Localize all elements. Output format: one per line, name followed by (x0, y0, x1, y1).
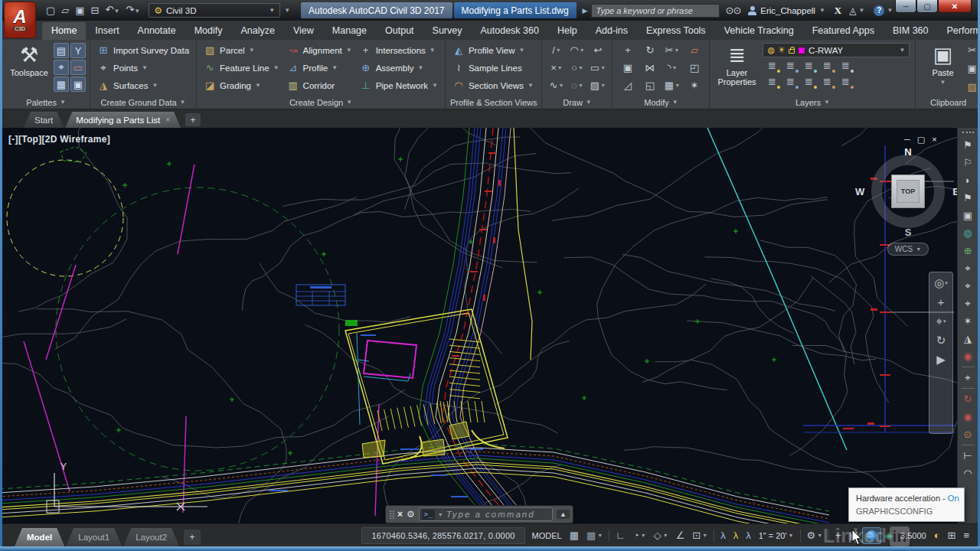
layer-unlock-icon[interactable]: ≣ (818, 73, 836, 90)
erase-icon[interactable]: ▱ (683, 41, 705, 59)
ribbon-item-parcel[interactable]: ▧Parcel▼ (201, 41, 283, 59)
ribbon-item-pipe-network[interactable]: ⊥Pipe Network▼ (357, 77, 441, 94)
drawing-area[interactable]: Y [-][Top][2D Wireframe] ─ ▢ × TOP N S W… (2, 128, 978, 523)
ribbon-tab-annotate[interactable]: Annotate (129, 22, 185, 40)
search-input[interactable]: Type a keyword or phrase (591, 4, 720, 18)
move-icon[interactable]: + (616, 41, 639, 59)
ribbon-tab-analyze[interactable]: Analyze (231, 22, 283, 40)
layer-isolate-icon[interactable]: ≣ (781, 57, 799, 73)
ortho-mode-icon[interactable]: ∟ (612, 527, 629, 544)
palettes-panel-label[interactable]: Palettes▼ (2, 96, 90, 109)
infocenter-expand-icon[interactable]: ▶ (583, 7, 588, 15)
line-icon[interactable]: /▼ (546, 41, 567, 59)
ribbon-tab-view[interactable]: View (284, 22, 323, 40)
annotation-scale-icon[interactable]: λ (742, 527, 755, 544)
ribbon-item-profile[interactable]: ⊿Profile▼ (284, 59, 355, 77)
maximize-button[interactable]: ▢ (916, 0, 938, 13)
app-store-icon[interactable]: ◬ (849, 5, 856, 16)
signin-user[interactable]: Eric_Chappell (760, 6, 815, 15)
publish-tool-icon[interactable]: ◍ (963, 224, 972, 242)
tool-palettes-icon[interactable]: Υ (70, 43, 86, 58)
ribbon-item-alignment[interactable]: ↝Alignment▼ (284, 41, 355, 59)
cut-icon[interactable]: ✂ (967, 41, 976, 59)
dimension-tool-icon[interactable]: ⊢ (963, 447, 972, 465)
coordinates-readout[interactable]: 1670460.5346, 285576.0217, 0.0000 (361, 527, 524, 544)
layer-states-icon[interactable]: ≣ (836, 57, 854, 73)
exchange-apps-icon[interactable]: X (835, 5, 841, 17)
hatch-icon[interactable]: ▨▼ (587, 77, 608, 94)
ribbon-item-assembly[interactable]: ⊕Assembly▼ (357, 59, 441, 77)
draw-panel-label[interactable]: Draw▼ (542, 96, 612, 109)
command-history-chevron-icon[interactable]: ▼ (438, 512, 443, 517)
search-icon[interactable]: ⊙⊙ (726, 5, 741, 16)
undo-icon[interactable]: ↶▼ (105, 3, 121, 18)
layout-tab-model[interactable]: Model (15, 528, 64, 546)
plot-icon[interactable]: ⊟ (90, 4, 100, 18)
undo-icon-chevron[interactable]: ▼ (113, 8, 119, 15)
ribbon-tab-insert[interactable]: Insert (86, 22, 128, 40)
ribbon-tab-home[interactable]: Home (42, 22, 86, 40)
flag-outline-icon[interactable]: ⚐ (963, 154, 972, 171)
layer-properties-button[interactable]: ≣ Layer Properties (714, 41, 760, 96)
save-icon[interactable]: ▣ (74, 4, 85, 18)
revision-cloud-icon[interactable]: ↩ (587, 41, 608, 59)
layout-tab-layout2[interactable]: Layout2 (123, 528, 179, 546)
paste-button[interactable]: ▣ Paste ▼ (920, 41, 965, 96)
application-menu-button[interactable]: A C3D (4, 2, 36, 38)
layer-off-icon[interactable]: ≣ (763, 57, 781, 73)
marker-orange-icon[interactable]: ⊙ (964, 425, 972, 443)
flag-tool-icon[interactable]: ⚑ (963, 189, 972, 207)
viewcube-top-face[interactable]: TOP (897, 180, 920, 203)
clean-screen-icon[interactable]: ⊞ (944, 527, 960, 544)
ribbon-item-section-views[interactable]: ◠Section Views▼ (449, 77, 537, 94)
pan-icon[interactable]: + (938, 296, 945, 308)
hardware-acceleration-icon[interactable] (862, 527, 881, 544)
help-icon[interactable]: ? (874, 5, 884, 16)
create-design-panel-label[interactable]: Create Design▼ (197, 96, 445, 109)
viewcube-north[interactable]: N (904, 146, 911, 158)
model-space-button[interactable]: MODEL (528, 527, 566, 544)
station-marker-icon[interactable]: ◉ (963, 347, 972, 365)
construction-line-icon[interactable]: ×▼ (546, 59, 567, 77)
ribbon-tab-performance[interactable]: Performance (938, 22, 980, 40)
sheet-set-manager-icon[interactable]: ▦ (54, 77, 69, 92)
app-store-chevron-icon[interactable]: ▼ (858, 7, 864, 14)
object-snap-icon[interactable]: ⊡▼ (688, 527, 711, 544)
rotate-icon[interactable]: ↻ (639, 41, 661, 59)
full-navigation-wheel-icon[interactable]: ◎▾ (934, 277, 948, 289)
layer-lock-icon[interactable]: ≣ (818, 57, 836, 73)
create-ground-data-panel-label[interactable]: Create Ground Data▼ (90, 96, 196, 109)
ribbon-item-sample-lines[interactable]: ≀Sample Lines (449, 59, 537, 77)
layer-on-icon[interactable]: ≣ (763, 73, 781, 90)
array-icon[interactable]: ▦▼ (661, 77, 683, 94)
ribbon-tab-modify[interactable]: Modify (185, 22, 232, 40)
viewcube-south[interactable]: S (905, 227, 912, 238)
ribbon-item-profile-view[interactable]: ◭Profile View▼ (449, 41, 537, 59)
copy-icon[interactable]: ▣ (616, 59, 639, 77)
command-close-icon[interactable]: × (397, 509, 403, 520)
layer-thaw-icon[interactable]: ≣ (799, 73, 818, 90)
ribbon-item-intersections[interactable]: +Intersections▼ (357, 41, 441, 59)
ribbon-tab-output[interactable]: Output (376, 22, 423, 40)
showmotion-icon[interactable]: ▶ (936, 354, 946, 366)
isolate-objects-icon[interactable]: ▣ (845, 527, 862, 544)
mirror-icon[interactable]: ⋈ (639, 59, 661, 77)
geolocation-globe-icon[interactable]: ⊕ (964, 242, 972, 259)
qnew-icon[interactable]: ▢ (45, 4, 56, 18)
annotation-autoscale-icon[interactable]: λ (730, 527, 743, 544)
help-chevron-icon[interactable]: ▼ (887, 7, 893, 14)
arc-icon[interactable]: ◠▼ (567, 41, 587, 59)
ribbon-tab-manage[interactable]: Manage (323, 22, 376, 40)
command-expand-icon[interactable]: ▲ (557, 510, 570, 519)
marker-red-icon[interactable]: ◉ (963, 408, 972, 425)
file-tab-start[interactable]: Start (24, 112, 64, 128)
survey-flag-icon[interactable]: ⚑ (963, 136, 972, 154)
open-icon[interactable]: ▱ (60, 4, 70, 18)
ribbon-item-grading[interactable]: ◪Grading▼ (201, 77, 283, 94)
box3d-icon[interactable]: ◰ (683, 59, 705, 77)
match-properties-icon[interactable]: ▨ (967, 78, 976, 96)
drawing-minimize-button[interactable]: ─ (904, 135, 910, 145)
grid-display-icon[interactable]: ▦ (566, 527, 583, 544)
paste-special-icon[interactable]: ▣ (963, 207, 972, 224)
workspace-dropdown[interactable]: ⚙ Civil 3D ▼ (149, 3, 280, 18)
